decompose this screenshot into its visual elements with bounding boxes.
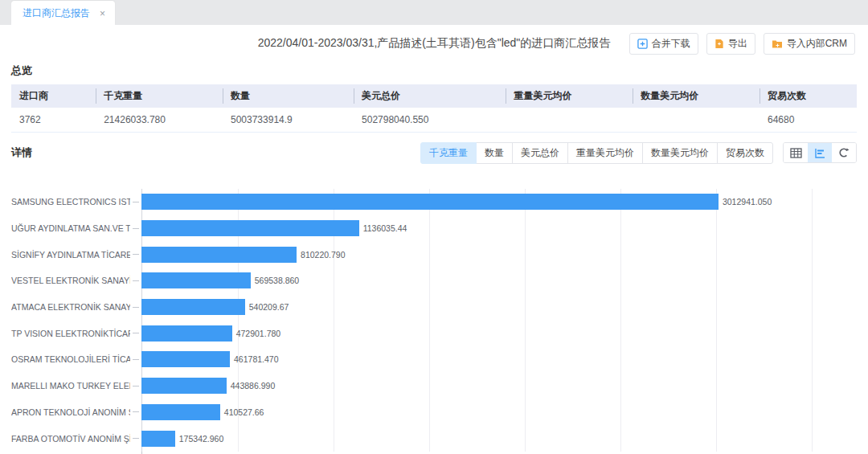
data-bar[interactable] bbox=[141, 194, 719, 210]
title-row: 2022/04/01-2023/03/31,产品描述(土耳其语)包含"led"的… bbox=[11, 25, 857, 62]
overview-table-header-row: 进口商千克重量数量美元总价重量美元均价数量美元均价贸易次数 bbox=[11, 84, 857, 108]
metric-tab-千克重量[interactable]: 千克重量 bbox=[420, 142, 477, 164]
data-bar[interactable] bbox=[141, 378, 227, 394]
export-icon bbox=[714, 39, 724, 49]
category-label: ATMACA ELEKTRONİK SANAYİ VE Tİ... bbox=[11, 302, 130, 312]
overview-column-header: 数量美元均价 bbox=[633, 84, 760, 108]
bar-value-label: 410527.66 bbox=[224, 407, 264, 417]
overview-section-label: 总览 bbox=[11, 63, 857, 78]
bar-track: 461781.470 bbox=[141, 346, 812, 373]
category-tick-mark bbox=[133, 202, 139, 202]
chart-row: FARBA OTOMOTİV ANONİM ŞİRKETİ175342.960 bbox=[11, 425, 857, 452]
tab-bar: 进口商汇总报告 × bbox=[0, 0, 868, 25]
import-crm-label: 导入内部CRM bbox=[787, 37, 847, 51]
bar-track: 569538.860 bbox=[141, 268, 812, 294]
data-bar[interactable] bbox=[141, 404, 220, 420]
bar-value-label: 810220.790 bbox=[301, 250, 345, 260]
bar-value-label: 443886.990 bbox=[231, 381, 275, 391]
category-tick-mark bbox=[133, 411, 139, 412]
category-tick-mark bbox=[133, 280, 139, 281]
category-tick-mark bbox=[133, 254, 139, 255]
bar-track: 443886.990 bbox=[141, 373, 812, 399]
chart-rows: SAMSUNG ELECTRONICS ISTANBUL P...3012941… bbox=[11, 189, 857, 452]
overview-column-header: 千克重量 bbox=[96, 84, 223, 108]
data-bar[interactable] bbox=[141, 272, 251, 288]
overview-table-data-row: 376221426033.7805003733914.9502798040.55… bbox=[11, 108, 857, 133]
data-bar[interactable] bbox=[141, 431, 175, 447]
data-bar[interactable] bbox=[141, 247, 297, 263]
export-button[interactable]: 导出 bbox=[706, 33, 755, 55]
import-crm-button[interactable]: 导入内部CRM bbox=[764, 33, 855, 55]
bar-value-label: 540209.67 bbox=[249, 302, 289, 312]
bar-chart-view-icon[interactable] bbox=[808, 143, 832, 162]
category-label: FARBA OTOMOTİV ANONİM ŞİRKETİ bbox=[11, 434, 130, 444]
refresh-icon[interactable] bbox=[832, 143, 856, 162]
bar-track: 1136035.44 bbox=[141, 215, 812, 242]
category-tick-mark bbox=[133, 307, 139, 308]
bar-value-label: 3012941.050 bbox=[723, 197, 772, 207]
metric-toggle-group: 千克重量数量美元总价重量美元均价数量美元均价贸易次数 bbox=[420, 142, 773, 164]
header-buttons: 合并下载 导出 导入内部CRM bbox=[629, 33, 855, 55]
import-crm-icon bbox=[772, 39, 783, 49]
tab-close-icon[interactable]: × bbox=[100, 9, 105, 18]
overview-column-header: 美元总价 bbox=[354, 84, 506, 108]
metric-tab-贸易次数[interactable]: 贸易次数 bbox=[717, 142, 773, 164]
overview-column-header: 数量 bbox=[223, 84, 354, 108]
chart-row: TP VISION ELEKTRONİKTİCARET AN...472901.… bbox=[11, 320, 857, 346]
chart-row: SİGNİFY AYDINLATMA TİCARET ANO...810220.… bbox=[11, 241, 857, 268]
metric-tab-数量[interactable]: 数量 bbox=[476, 142, 513, 164]
table-view-icon[interactable] bbox=[784, 143, 808, 162]
metric-tab-重量美元均价[interactable]: 重量美元均价 bbox=[567, 142, 643, 164]
category-tick-mark bbox=[133, 359, 139, 360]
merge-download-button[interactable]: 合并下载 bbox=[629, 33, 698, 55]
chart-row: VESTEL ELEKTRONİK SANAYİ VE Tİ...569538.… bbox=[11, 268, 857, 294]
merge-download-label: 合并下载 bbox=[652, 37, 690, 51]
category-tick-mark bbox=[133, 386, 139, 387]
category-tick-mark bbox=[133, 333, 139, 333]
bar-track: 810220.790 bbox=[141, 241, 812, 268]
chart-row: ATMACA ELEKTRONİK SANAYİ VE Tİ...540209.… bbox=[11, 294, 857, 321]
detail-controls: 千克重量数量美元总价重量美元均价数量美元均价贸易次数 bbox=[420, 142, 857, 164]
bar-track: 410527.66 bbox=[141, 399, 812, 426]
category-tick-mark bbox=[133, 228, 139, 229]
overview-column-header: 重量美元均价 bbox=[506, 84, 633, 108]
category-label: OSRAM TEKNOLOJİLERİ TİCARET AN... bbox=[11, 354, 130, 364]
overview-column-header: 进口商 bbox=[11, 84, 96, 108]
metric-tab-数量美元均价[interactable]: 数量美元均价 bbox=[642, 142, 718, 164]
overview-cell: 64680 bbox=[760, 108, 857, 133]
category-label: SİGNİFY AYDINLATMA TİCARET ANO... bbox=[11, 250, 130, 260]
category-label: SAMSUNG ELECTRONICS ISTANBUL P... bbox=[11, 197, 130, 207]
chart-row: MARELLI MAKO TURKEY ELEKTRİK S...443886.… bbox=[11, 373, 857, 399]
bar-track: 3012941.050 bbox=[141, 189, 812, 215]
category-tick-mark bbox=[133, 438, 139, 439]
bar-value-label: 175342.960 bbox=[179, 434, 223, 444]
data-bar[interactable] bbox=[141, 351, 230, 367]
tab-import-summary-report[interactable]: 进口商汇总报告 × bbox=[11, 1, 115, 25]
overview-cell: 502798040.550 bbox=[354, 108, 506, 133]
category-label: VESTEL ELEKTRONİK SANAYİ VE Tİ... bbox=[11, 276, 130, 285]
metric-tab-美元总价[interactable]: 美元总价 bbox=[512, 142, 568, 164]
data-bar[interactable] bbox=[141, 299, 245, 315]
bar-value-label: 1136035.44 bbox=[363, 223, 407, 233]
overview-cell: 3762 bbox=[11, 108, 96, 133]
detail-section-label: 详情 bbox=[11, 145, 32, 160]
merge-download-icon bbox=[637, 39, 648, 49]
overview-cell: 5003733914.9 bbox=[223, 108, 354, 133]
data-bar[interactable] bbox=[141, 325, 232, 342]
bar-value-label: 472901.780 bbox=[236, 329, 280, 338]
overview-cell bbox=[506, 108, 633, 133]
data-bar[interactable] bbox=[141, 220, 359, 236]
chart-row: OSRAM TEKNOLOJİLERİ TİCARET AN...461781.… bbox=[11, 346, 857, 373]
bar-track: 540209.67 bbox=[141, 294, 812, 321]
kg-weight-bar-chart: SAMSUNG ELECTRONICS ISTANBUL P...3012941… bbox=[11, 189, 857, 454]
chart-row: SAMSUNG ELECTRONICS ISTANBUL P...3012941… bbox=[11, 189, 857, 215]
chart-row: APRON TEKNOLOJİ ANONİM ŞİRKETİ410527.66 bbox=[11, 399, 857, 426]
category-label: APRON TEKNOLOJİ ANONİM ŞİRKETİ bbox=[11, 407, 130, 417]
overview-column-header: 贸易次数 bbox=[760, 84, 857, 108]
overview-cell bbox=[633, 108, 760, 133]
category-label: TP VISION ELEKTRONİKTİCARET AN... bbox=[11, 329, 130, 338]
bar-value-label: 569538.860 bbox=[255, 276, 299, 285]
bar-value-label: 461781.470 bbox=[234, 354, 278, 364]
chart-row: UĞUR AYDINLATMA SAN.VE TİC.LTD...1136035… bbox=[11, 215, 857, 242]
report-content: 2022/04/01-2023/03/31,产品描述(土耳其语)包含"led"的… bbox=[0, 25, 868, 454]
